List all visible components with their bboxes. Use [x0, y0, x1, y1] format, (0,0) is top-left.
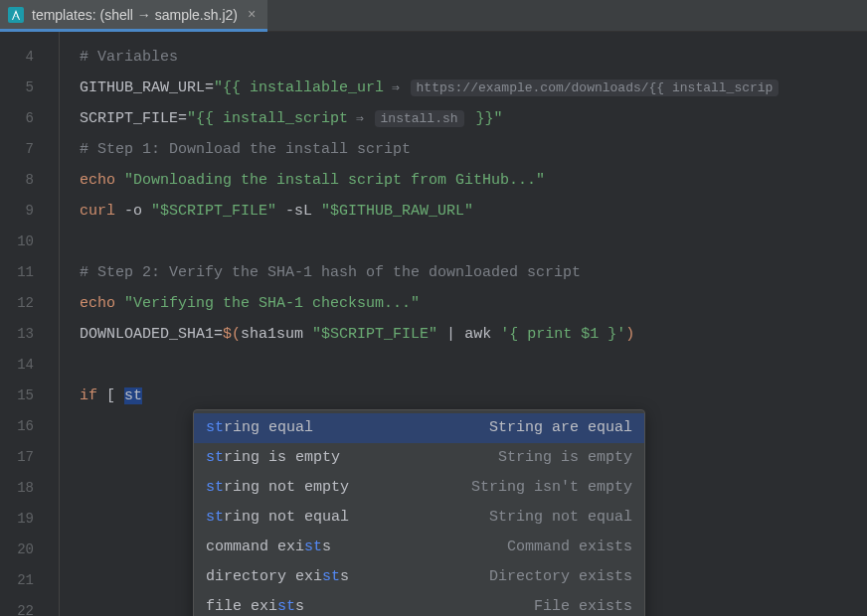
autocomplete-label: command exists: [206, 538, 331, 557]
line-number: 19: [0, 504, 34, 535]
line-number: 7: [0, 134, 34, 165]
tab-bar-empty: [267, 0, 867, 32]
line-number: 14: [0, 350, 34, 381]
line-number: 11: [0, 257, 34, 288]
line-number: 6: [0, 103, 34, 134]
autocomplete-label: directory exists: [206, 567, 349, 587]
code-line-8[interactable]: echo "Downloading the install script fro…: [80, 165, 867, 196]
autocomplete-item[interactable]: string is emptyString is empty: [194, 443, 644, 473]
tab-bar: templates: (shell → sample.sh.j2) ×: [0, 0, 867, 32]
autocomplete-item[interactable]: file existsFile exists: [194, 592, 644, 616]
close-icon[interactable]: ×: [246, 7, 258, 23]
autocomplete-description: File exists: [534, 597, 632, 616]
line-number: 4: [0, 42, 34, 73]
autocomplete-item[interactable]: string not equalString not equal: [194, 503, 644, 533]
hint-arrow-icon: ⇒: [384, 80, 407, 95]
code-area[interactable]: # Variables GITHUB_RAW_URL="{{ installab…: [60, 32, 867, 616]
code-line-4[interactable]: # Variables: [80, 42, 867, 73]
line-number: 20: [0, 535, 34, 565]
line-number: 15: [0, 381, 34, 411]
autocomplete-label: string equal: [206, 418, 313, 438]
line-number: 22: [0, 596, 34, 616]
code-line-7[interactable]: # Step 1: Download the install script: [80, 134, 867, 165]
ansible-file-icon: [8, 7, 24, 23]
line-number: 12: [0, 288, 34, 319]
autocomplete-label: string is empty: [206, 448, 340, 468]
autocomplete-label: file exists: [206, 597, 304, 616]
code-line-14[interactable]: [80, 350, 867, 381]
line-number: 13: [0, 319, 34, 350]
autocomplete-item[interactable]: directory existsDirectory exists: [194, 562, 644, 592]
active-tab[interactable]: templates: (shell → sample.sh.j2) ×: [0, 0, 267, 32]
line-number: 5: [0, 73, 34, 103]
autocomplete-description: String is empty: [498, 448, 632, 468]
autocomplete-description: String are equal: [489, 418, 632, 438]
editor: 45678910111213141516171819202122 # Varia…: [0, 32, 867, 616]
code-line-12[interactable]: echo "Verifying the SHA-1 checksum...": [80, 288, 867, 319]
code-line-15[interactable]: if [ st: [80, 381, 867, 411]
autocomplete-item[interactable]: string not emptyString isn't empty: [194, 473, 644, 503]
code-line-5[interactable]: GITHUB_RAW_URL="{{ installable_url ⇒ htt…: [80, 73, 867, 103]
autocomplete-description: String not equal: [489, 508, 632, 528]
autocomplete-description: Directory exists: [489, 567, 632, 587]
line-number: 10: [0, 227, 34, 257]
svg-rect-0: [8, 7, 24, 23]
line-number: 21: [0, 565, 34, 596]
code-line-10[interactable]: [80, 227, 867, 257]
line-number: 8: [0, 165, 34, 196]
line-number: 18: [0, 473, 34, 504]
code-line-9[interactable]: curl -o "$SCRIPT_FILE" -sL "$GITHUB_RAW_…: [80, 196, 867, 227]
code-line-13[interactable]: DOWNLOADED_SHA1=$(sha1sum "$SCRIPT_FILE"…: [80, 319, 867, 350]
code-line-11[interactable]: # Step 2: Verify the SHA-1 hash of the d…: [80, 257, 867, 288]
fold-column: [48, 32, 60, 616]
hint-arrow-icon: ⇒: [348, 111, 371, 126]
autocomplete-description: Command exists: [507, 538, 632, 557]
code-line-6[interactable]: SCRIPT_FILE="{{ install_script ⇒ install…: [80, 103, 867, 134]
inline-hint: install.sh: [375, 110, 464, 127]
tab-title: templates: (shell → sample.sh.j2): [32, 7, 238, 23]
autocomplete-label: string not equal: [206, 508, 349, 528]
inline-hint: https://example.com/downloads/{{ install…: [411, 79, 780, 96]
line-number: 16: [0, 411, 34, 442]
autocomplete-description: String isn't empty: [471, 478, 632, 498]
autocomplete-item[interactable]: command existsCommand exists: [194, 533, 644, 562]
line-number: 9: [0, 196, 34, 227]
line-gutter: 45678910111213141516171819202122: [0, 32, 48, 616]
autocomplete-label: string not empty: [206, 478, 349, 498]
line-number: 17: [0, 442, 34, 473]
autocomplete-item[interactable]: string equalString are equal: [194, 413, 644, 443]
autocomplete-popup[interactable]: string equalString are equalstring is em…: [193, 409, 645, 616]
